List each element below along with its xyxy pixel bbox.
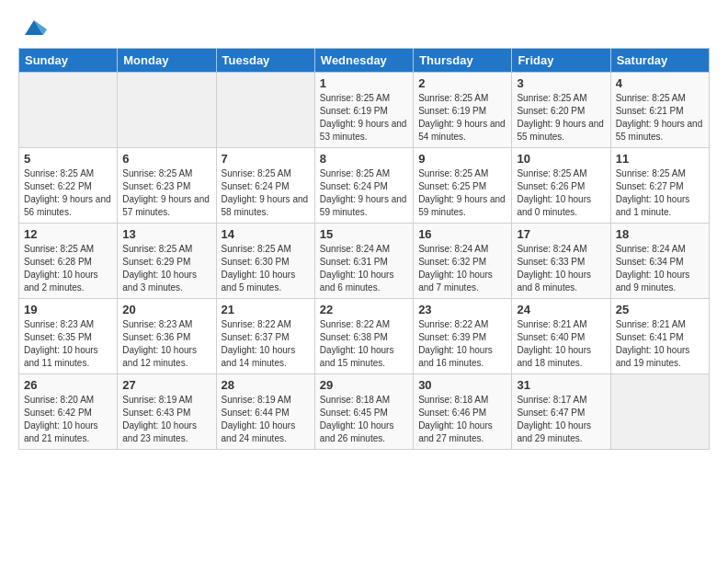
day-info: Sunrise: 8:22 AMSunset: 6:37 PMDaylight:…	[222, 318, 310, 370]
day-number: 14	[222, 227, 310, 241]
week-row-5: 26Sunrise: 8:20 AMSunset: 6:42 PMDayligh…	[19, 374, 710, 450]
day-cell: 9Sunrise: 8:25 AMSunset: 6:25 PMDaylight…	[414, 148, 512, 224]
day-info: Sunrise: 8:24 AMSunset: 6:32 PMDaylight:…	[418, 243, 506, 294]
day-info: Sunrise: 8:23 AMSunset: 6:35 PMDaylight:…	[24, 318, 112, 370]
col-header-sunday: Sunday	[19, 49, 118, 73]
day-cell: 7Sunrise: 8:25 AMSunset: 6:24 PMDaylight…	[216, 148, 314, 224]
day-cell: 8Sunrise: 8:25 AMSunset: 6:24 PMDaylight…	[314, 148, 413, 224]
day-number: 16	[418, 227, 506, 241]
day-number: 22	[320, 303, 408, 316]
day-info: Sunrise: 8:25 AMSunset: 6:22 PMDaylight:…	[24, 167, 112, 219]
day-info: Sunrise: 8:20 AMSunset: 6:42 PMDaylight:…	[24, 394, 112, 445]
day-cell: 25Sunrise: 8:21 AMSunset: 6:41 PMDayligh…	[610, 299, 709, 374]
day-info: Sunrise: 8:25 AMSunset: 6:19 PMDaylight:…	[418, 92, 506, 144]
day-number: 5	[24, 152, 112, 166]
day-number: 19	[24, 303, 112, 316]
day-info: Sunrise: 8:25 AMSunset: 6:19 PMDaylight:…	[320, 92, 408, 144]
day-cell: 28Sunrise: 8:19 AMSunset: 6:44 PMDayligh…	[216, 374, 314, 450]
day-cell: 2Sunrise: 8:25 AMSunset: 6:19 PMDaylight…	[414, 73, 512, 148]
day-info: Sunrise: 8:24 AMSunset: 6:34 PMDaylight:…	[616, 243, 704, 294]
day-info: Sunrise: 8:25 AMSunset: 6:20 PMDaylight:…	[517, 92, 605, 144]
day-cell: 31Sunrise: 8:17 AMSunset: 6:47 PMDayligh…	[512, 374, 610, 450]
week-row-4: 19Sunrise: 8:23 AMSunset: 6:35 PMDayligh…	[19, 299, 710, 374]
day-number: 8	[320, 152, 408, 166]
day-number: 18	[616, 227, 704, 241]
day-info: Sunrise: 8:25 AMSunset: 6:25 PMDaylight:…	[418, 167, 506, 219]
day-number: 2	[418, 76, 506, 90]
day-number: 15	[320, 227, 408, 241]
day-info: Sunrise: 8:21 AMSunset: 6:40 PMDaylight:…	[517, 318, 605, 370]
day-info: Sunrise: 8:18 AMSunset: 6:45 PMDaylight:…	[320, 394, 408, 445]
day-cell: 15Sunrise: 8:24 AMSunset: 6:31 PMDayligh…	[314, 224, 413, 299]
logo-icon	[21, 15, 47, 40]
day-cell: 27Sunrise: 8:19 AMSunset: 6:43 PMDayligh…	[118, 374, 216, 450]
day-cell	[216, 73, 314, 148]
day-number: 25	[616, 303, 704, 316]
day-cell: 3Sunrise: 8:25 AMSunset: 6:20 PMDaylight…	[512, 73, 610, 148]
day-info: Sunrise: 8:24 AMSunset: 6:33 PMDaylight:…	[517, 243, 605, 294]
col-header-friday: Friday	[512, 49, 610, 73]
logo-area	[18, 15, 47, 40]
day-cell	[118, 73, 216, 148]
day-cell: 11Sunrise: 8:25 AMSunset: 6:27 PMDayligh…	[610, 148, 709, 224]
day-cell: 18Sunrise: 8:24 AMSunset: 6:34 PMDayligh…	[610, 224, 709, 299]
day-cell: 1Sunrise: 8:25 AMSunset: 6:19 PMDaylight…	[314, 73, 413, 148]
col-header-monday: Monday	[118, 49, 216, 73]
day-cell: 13Sunrise: 8:25 AMSunset: 6:29 PMDayligh…	[118, 224, 216, 299]
day-number: 1	[320, 76, 408, 90]
day-info: Sunrise: 8:19 AMSunset: 6:43 PMDaylight:…	[122, 394, 210, 445]
col-header-saturday: Saturday	[610, 49, 709, 73]
day-cell: 30Sunrise: 8:18 AMSunset: 6:46 PMDayligh…	[414, 374, 512, 450]
day-number: 3	[517, 76, 605, 90]
day-cell	[610, 374, 709, 450]
day-cell: 22Sunrise: 8:22 AMSunset: 6:38 PMDayligh…	[314, 299, 413, 374]
day-number: 20	[122, 303, 210, 316]
day-cell: 14Sunrise: 8:25 AMSunset: 6:30 PMDayligh…	[216, 224, 314, 299]
day-number: 26	[24, 378, 112, 392]
calendar-table: SundayMondayTuesdayWednesdayThursdayFrid…	[18, 48, 710, 450]
day-info: Sunrise: 8:25 AMSunset: 6:29 PMDaylight:…	[122, 243, 210, 294]
day-cell: 4Sunrise: 8:25 AMSunset: 6:21 PMDaylight…	[610, 73, 709, 148]
header	[18, 15, 710, 40]
day-info: Sunrise: 8:25 AMSunset: 6:27 PMDaylight:…	[616, 167, 704, 219]
day-number: 13	[122, 227, 210, 241]
week-row-3: 12Sunrise: 8:25 AMSunset: 6:28 PMDayligh…	[19, 224, 710, 299]
day-number: 27	[122, 378, 210, 392]
col-header-wednesday: Wednesday	[314, 49, 413, 73]
day-info: Sunrise: 8:23 AMSunset: 6:36 PMDaylight:…	[122, 318, 210, 370]
day-number: 11	[616, 152, 704, 166]
day-number: 17	[517, 227, 605, 241]
page: SundayMondayTuesdayWednesdayThursdayFrid…	[0, 0, 728, 459]
day-cell: 24Sunrise: 8:21 AMSunset: 6:40 PMDayligh…	[512, 299, 610, 374]
day-info: Sunrise: 8:21 AMSunset: 6:41 PMDaylight:…	[616, 318, 704, 370]
day-number: 10	[517, 152, 605, 166]
day-number: 24	[517, 303, 605, 316]
day-cell: 6Sunrise: 8:25 AMSunset: 6:23 PMDaylight…	[118, 148, 216, 224]
day-info: Sunrise: 8:25 AMSunset: 6:28 PMDaylight:…	[24, 243, 112, 294]
day-number: 7	[222, 152, 310, 166]
day-cell: 12Sunrise: 8:25 AMSunset: 6:28 PMDayligh…	[19, 224, 118, 299]
col-header-thursday: Thursday	[414, 49, 512, 73]
day-number: 21	[222, 303, 310, 316]
day-number: 31	[517, 378, 605, 392]
day-cell: 26Sunrise: 8:20 AMSunset: 6:42 PMDayligh…	[19, 374, 118, 450]
week-row-2: 5Sunrise: 8:25 AMSunset: 6:22 PMDaylight…	[19, 148, 710, 224]
day-number: 6	[122, 152, 210, 166]
day-number: 23	[418, 303, 506, 316]
day-cell: 19Sunrise: 8:23 AMSunset: 6:35 PMDayligh…	[19, 299, 118, 374]
day-info: Sunrise: 8:19 AMSunset: 6:44 PMDaylight:…	[222, 394, 310, 445]
day-cell	[19, 73, 118, 148]
day-cell: 10Sunrise: 8:25 AMSunset: 6:26 PMDayligh…	[512, 148, 610, 224]
day-number: 28	[222, 378, 310, 392]
day-info: Sunrise: 8:17 AMSunset: 6:47 PMDaylight:…	[517, 394, 605, 445]
day-number: 30	[418, 378, 506, 392]
day-cell: 20Sunrise: 8:23 AMSunset: 6:36 PMDayligh…	[118, 299, 216, 374]
day-cell: 23Sunrise: 8:22 AMSunset: 6:39 PMDayligh…	[414, 299, 512, 374]
day-number: 4	[616, 76, 704, 90]
day-info: Sunrise: 8:22 AMSunset: 6:39 PMDaylight:…	[418, 318, 506, 370]
day-number: 12	[24, 227, 112, 241]
day-info: Sunrise: 8:25 AMSunset: 6:21 PMDaylight:…	[616, 92, 704, 144]
day-info: Sunrise: 8:18 AMSunset: 6:46 PMDaylight:…	[418, 394, 506, 445]
day-cell: 29Sunrise: 8:18 AMSunset: 6:45 PMDayligh…	[314, 374, 413, 450]
day-info: Sunrise: 8:25 AMSunset: 6:26 PMDaylight:…	[517, 167, 605, 219]
